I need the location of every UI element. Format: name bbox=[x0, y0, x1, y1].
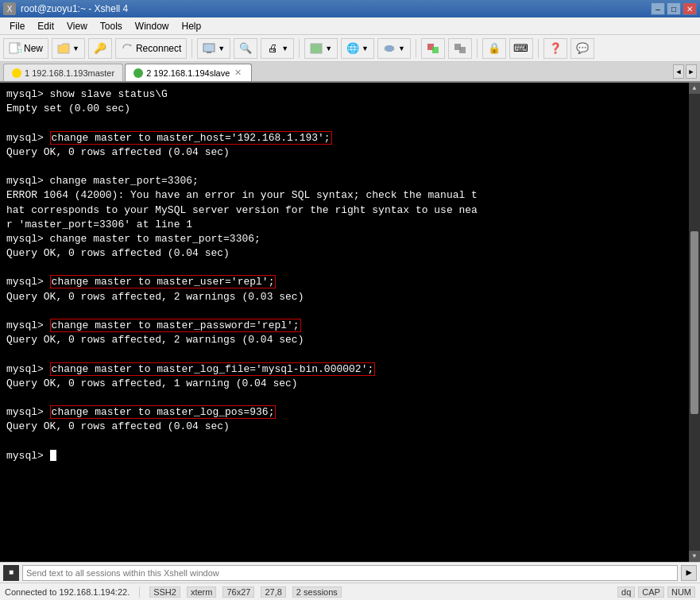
menu-window[interactable]: Window bbox=[129, 19, 176, 33]
menu-help[interactable]: Help bbox=[176, 19, 208, 33]
print-dropdown: ▼ bbox=[281, 45, 288, 52]
scroll-up-btn[interactable]: ▲ bbox=[689, 83, 700, 94]
toolbar: New ▼ 🔑 Reconnect ▼ bbox=[0, 35, 700, 62]
tab-bar: 1 192.168.1.193master 2 192.168.1.194sla… bbox=[0, 62, 700, 83]
tab-1-indicator bbox=[12, 68, 21, 78]
input-bar-indicator: ■ bbox=[9, 568, 14, 577]
find-button[interactable]: 🔍 bbox=[234, 38, 257, 59]
close-button[interactable]: ✕ bbox=[683, 2, 697, 15]
dq-badge: dq bbox=[617, 586, 635, 598]
tab-2[interactable]: 2 192.168.1.194slave ✕ bbox=[125, 64, 252, 81]
line-19 bbox=[6, 347, 694, 362]
menu-edit[interactable]: Edit bbox=[31, 19, 60, 33]
line-15: Query OK, 0 rows affected, 2 warnings (0… bbox=[6, 290, 694, 304]
message-button[interactable]: 💬 bbox=[570, 38, 594, 59]
sessions-badge: 2 sessions bbox=[292, 586, 342, 598]
tab-2-label: 2 192.168.1.194slave bbox=[146, 68, 230, 78]
send-input-button[interactable]: ▶ bbox=[681, 565, 697, 581]
cmd-3: change master to master_password='repl'; bbox=[50, 319, 301, 332]
keyboard-icon: ⌨ bbox=[515, 42, 528, 55]
globe-dropdown: ▼ bbox=[362, 45, 369, 52]
line-2: Empty set (0.00 sec) bbox=[6, 102, 694, 116]
dimensions-badge: 76x27 bbox=[222, 586, 254, 598]
display-button[interactable]: ▼ bbox=[197, 38, 230, 59]
tab-prev-arrow[interactable]: ◀ bbox=[673, 64, 684, 79]
new-button[interactable]: New bbox=[3, 38, 48, 59]
svg-rect-16 bbox=[432, 47, 439, 53]
cmd-4: change master to master_log_file='mysql-… bbox=[50, 362, 376, 376]
cmd-5: change master to master_log_pos=936; bbox=[50, 405, 277, 419]
terminal-badge: xterm bbox=[187, 586, 217, 598]
status-right: dq CAP NUM bbox=[617, 586, 695, 598]
terminal[interactable]: mysql> show slave status\G Empty set (0.… bbox=[0, 83, 700, 562]
tab-arrows: ◀ ▶ bbox=[673, 64, 697, 79]
scroll-track[interactable] bbox=[689, 94, 700, 551]
globe-button[interactable]: 🌐 ▼ bbox=[341, 38, 374, 59]
line-10: r 'master_port=3306' at line 1 bbox=[6, 218, 694, 232]
folder-icon bbox=[57, 42, 70, 55]
status-bar: Connected to 192.168.1.194:22. SSH2 xter… bbox=[0, 583, 700, 600]
num-badge: NUM bbox=[667, 586, 695, 598]
line-20: mysql> change master to master_log_file=… bbox=[6, 362, 694, 377]
folder-dropdown-icon: ▼ bbox=[72, 45, 79, 52]
line-3 bbox=[6, 116, 694, 130]
maximize-button[interactable]: □ bbox=[667, 2, 681, 15]
line-14: mysql> change master to master_user='rep… bbox=[6, 275, 694, 289]
settings-button[interactable]: ▼ bbox=[377, 38, 411, 59]
help-icon: ❓ bbox=[549, 42, 562, 55]
protocol-badge: SSH2 bbox=[149, 586, 180, 598]
compose-icon bbox=[310, 42, 323, 55]
tab-1[interactable]: 1 192.168.1.193master bbox=[3, 64, 123, 81]
line-18: Query OK, 0 rows affected, 2 warnings (0… bbox=[6, 333, 694, 347]
terminal-scrollbar[interactable]: ▲ ▼ bbox=[689, 83, 700, 562]
key-icon: 🔑 bbox=[94, 42, 106, 55]
session-stop-icon bbox=[454, 42, 466, 55]
toolbar-sep-1 bbox=[191, 39, 192, 58]
tab-1-label: 1 192.168.1.193master bbox=[25, 68, 114, 78]
menu-view[interactable]: View bbox=[60, 19, 94, 33]
minimize-button[interactable]: – bbox=[651, 2, 665, 15]
menu-tools[interactable]: Tools bbox=[94, 19, 129, 33]
input-bar: ■ ▶ bbox=[0, 562, 700, 583]
menu-file[interactable]: File bbox=[3, 19, 31, 33]
keyboard-button[interactable]: ⌨ bbox=[509, 38, 533, 59]
open-folder-button[interactable]: ▼ bbox=[52, 38, 85, 59]
title-bar: X root@zuoyu1:~ - Xshell 4 – □ ✕ bbox=[0, 0, 700, 17]
find-icon: 🔍 bbox=[239, 42, 252, 55]
help-button[interactable]: ❓ bbox=[543, 38, 567, 59]
line-1: mysql> show slave status\G bbox=[6, 87, 694, 102]
svg-rect-2 bbox=[17, 43, 20, 45]
window-title: root@zuoyu1:~ - Xshell 4 bbox=[21, 3, 128, 14]
toolbar-sep-2 bbox=[299, 39, 300, 58]
settings-dropdown: ▼ bbox=[398, 45, 405, 52]
toolbar-sep-3 bbox=[416, 39, 416, 58]
session-start-button[interactable] bbox=[421, 38, 445, 59]
print-button[interactable]: 🖨 ▼ bbox=[261, 38, 294, 59]
line-21: Query OK, 0 rows affected, 1 warning (0.… bbox=[6, 377, 694, 391]
line-9: hat corresponds to your MySQL server ver… bbox=[6, 203, 694, 218]
scroll-down-btn[interactable]: ▼ bbox=[689, 551, 700, 562]
line-22 bbox=[6, 391, 694, 405]
tab-2-indicator bbox=[133, 68, 143, 78]
line-7: mysql> change master_port=3306; bbox=[6, 174, 694, 188]
title-bar-left: X root@zuoyu1:~ - Xshell 4 bbox=[3, 2, 128, 15]
toolbar-sep-5 bbox=[538, 39, 539, 58]
tab-2-close[interactable]: ✕ bbox=[233, 68, 243, 78]
reconnect-button[interactable]: Reconnect bbox=[115, 38, 187, 59]
compose-dropdown: ▼ bbox=[325, 45, 332, 52]
line-8: ERROR 1064 (42000): You have an error in… bbox=[6, 188, 694, 203]
window-controls: – □ ✕ bbox=[651, 2, 697, 15]
app-icon: X bbox=[3, 2, 16, 15]
cap-badge: CAP bbox=[638, 586, 664, 598]
svg-rect-18 bbox=[459, 47, 466, 53]
compose-button[interactable]: ▼ bbox=[304, 38, 338, 59]
settings-icon bbox=[383, 42, 396, 55]
reconnect-icon bbox=[121, 42, 133, 55]
scroll-thumb[interactable] bbox=[690, 231, 698, 414]
lock-button[interactable]: 🔒 bbox=[482, 38, 506, 59]
globe-icon: 🌐 bbox=[346, 42, 359, 55]
send-to-all-input[interactable] bbox=[22, 565, 678, 581]
key-button[interactable]: 🔑 bbox=[88, 38, 112, 59]
tab-next-arrow[interactable]: ▶ bbox=[686, 64, 697, 79]
session-stop-button[interactable] bbox=[448, 38, 472, 59]
